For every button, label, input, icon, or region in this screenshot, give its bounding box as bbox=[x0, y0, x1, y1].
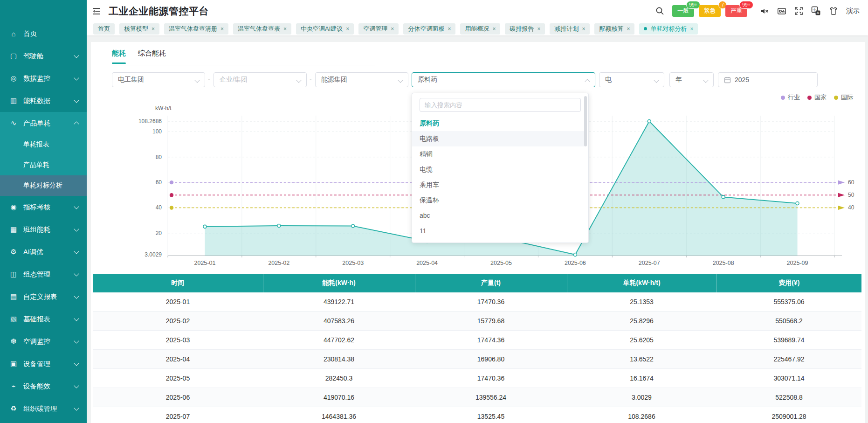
close-tab-icon[interactable]: × bbox=[346, 26, 349, 32]
dropdown-option-11[interactable]: 11 bbox=[412, 223, 585, 239]
sidebar-item-基础报表[interactable]: ▧基础报表 bbox=[0, 308, 87, 330]
dropdown-option-电缆[interactable]: 电缆 bbox=[412, 162, 585, 177]
dropdown-option-原料药[interactable]: 原料药 bbox=[412, 116, 585, 131]
dropdown-options: 原料药电路板精铜电缆乘用车保温杯abc11 bbox=[412, 116, 585, 239]
close-tab-icon[interactable]: × bbox=[152, 26, 155, 32]
sidebar-item-产品单耗[interactable]: ∿产品单耗 bbox=[0, 112, 87, 134]
sidebar-subitem-单耗报表[interactable]: 单耗报表 bbox=[0, 134, 87, 155]
route-tab-label: 温室气体盘查清册 bbox=[169, 25, 217, 33]
demo-label[interactable]: 演示 bbox=[846, 7, 860, 15]
close-tab-icon[interactable]: × bbox=[283, 26, 287, 32]
sidebar-item-数据监控[interactable]: ◎数据监控 bbox=[0, 67, 87, 90]
sidebar-item-指标考核[interactable]: ◉指标考核 bbox=[0, 196, 87, 218]
svg-text:2025-06: 2025-06 bbox=[565, 260, 586, 266]
close-tab-icon[interactable]: × bbox=[391, 26, 394, 32]
mute-icon[interactable] bbox=[760, 7, 769, 16]
sidebar-item-驾驶舱[interactable]: ▢驾驶舱 bbox=[0, 45, 87, 67]
year-picker[interactable]: 2025 bbox=[718, 72, 818, 87]
sidebar-item-组织碳管理[interactable]: ♻组织碳管理 bbox=[0, 397, 87, 420]
sidebar-item-label: 指标考核 bbox=[23, 203, 50, 212]
dropdown-scrollbar[interactable] bbox=[584, 96, 587, 146]
dropdown-option-保温杯[interactable]: 保温杯 bbox=[412, 193, 585, 208]
top-header: 工业企业能源管控平台 一般99+紧急7严重99+ 中A 演示 bbox=[87, 0, 868, 22]
sidebar-item-AI调优[interactable]: ⚙AI调优 bbox=[0, 241, 87, 263]
column-header: 能耗(kW·h) bbox=[263, 274, 415, 292]
sidebar-item-空调监控[interactable]: ❆空调监控 bbox=[0, 330, 87, 353]
energy-subtabs: 能耗综合能耗 bbox=[91, 42, 865, 64]
route-tab-分体空调面板[interactable]: 分体空调面板× bbox=[403, 23, 455, 35]
close-tab-icon[interactable]: × bbox=[690, 26, 693, 32]
close-tab-icon[interactable]: × bbox=[537, 26, 540, 32]
sidebar-item-首页[interactable]: ⌂首页 bbox=[0, 22, 87, 45]
close-tab-icon[interactable]: × bbox=[582, 26, 585, 32]
dropdown-option-电路板[interactable]: 电路板 bbox=[412, 131, 585, 146]
product-select[interactable]: 原料药 bbox=[412, 72, 595, 87]
route-tab-温室气体盘查清册[interactable]: 温室气体盘查清册× bbox=[164, 23, 228, 35]
chevron-down-icon bbox=[74, 338, 79, 343]
sidebar-subitem-单耗对标分析[interactable]: 单耗对标分析 bbox=[0, 175, 87, 196]
close-tab-icon[interactable]: × bbox=[492, 26, 496, 32]
chevron-down-icon bbox=[74, 271, 79, 276]
route-tab-配额核算[interactable]: 配额核算× bbox=[594, 23, 634, 35]
year-value: 2025 bbox=[735, 76, 749, 83]
collapse-menu-icon[interactable] bbox=[92, 7, 101, 16]
table-cell: 3.0029 bbox=[567, 388, 716, 407]
svg-text:2025-05: 2025-05 bbox=[490, 260, 512, 266]
group-select[interactable]: 电工集团 bbox=[112, 72, 205, 87]
svg-text:A: A bbox=[817, 11, 820, 15]
theme-shirt-icon[interactable] bbox=[829, 7, 838, 16]
table-cell: 447702.62 bbox=[263, 331, 415, 350]
legend-item-国家[interactable]: 国家 bbox=[807, 93, 827, 102]
team-energy-icon: ▦ bbox=[9, 225, 18, 234]
org-select[interactable]: 企业/集团 bbox=[214, 72, 307, 87]
sidebar-item-能耗数据[interactable]: ▥能耗数据 bbox=[0, 90, 87, 112]
alarm-chip-一般[interactable]: 一般99+ bbox=[672, 5, 694, 17]
legend-item-行业[interactable]: 行业 bbox=[781, 93, 800, 102]
energy-type-select[interactable]: 电 bbox=[599, 72, 664, 87]
search-icon[interactable] bbox=[655, 7, 664, 15]
route-tab-用能概况[interactable]: 用能概况× bbox=[460, 23, 500, 35]
alarm-chip-紧急[interactable]: 紧急7 bbox=[699, 5, 721, 17]
subtab-能耗[interactable]: 能耗 bbox=[112, 49, 126, 58]
table-cell: 539689.74 bbox=[716, 331, 861, 350]
close-tab-icon[interactable]: × bbox=[448, 26, 451, 32]
legend-dot bbox=[807, 96, 812, 100]
route-tab-空调管理[interactable]: 空调管理× bbox=[358, 23, 399, 35]
route-tab-label: 配额核算 bbox=[599, 25, 623, 33]
sidebar-item-设备能效[interactable]: ⌁设备能效 bbox=[0, 375, 87, 397]
chevron-down-icon bbox=[74, 204, 79, 209]
chevron-down-icon bbox=[74, 293, 79, 298]
route-tab-中央空调AI建议[interactable]: 中央空调AI建议× bbox=[296, 23, 354, 35]
route-tab-核算模型[interactable]: 核算模型× bbox=[119, 23, 159, 35]
sidebar-item-组态管理[interactable]: ◫组态管理 bbox=[0, 263, 87, 285]
route-tab-碳排报告[interactable]: 碳排报告× bbox=[505, 23, 545, 35]
legend-dot bbox=[781, 96, 785, 100]
route-tab-温室气体盘查表[interactable]: 温室气体盘查表× bbox=[233, 23, 291, 35]
sidebar-item-设备管理[interactable]: ▣设备管理 bbox=[0, 353, 87, 375]
subtab-综合能耗[interactable]: 综合能耗 bbox=[138, 49, 166, 58]
alarm-chip-严重[interactable]: 严重99+ bbox=[725, 5, 747, 17]
close-tab-icon[interactable]: × bbox=[220, 26, 224, 32]
close-tab-icon[interactable]: × bbox=[627, 26, 630, 32]
chevron-down-icon bbox=[654, 77, 659, 83]
fullscreen-icon[interactable] bbox=[794, 7, 803, 15]
dropdown-option-精铜[interactable]: 精铜 bbox=[412, 146, 585, 162]
sidebar-subitem-产品单耗[interactable]: 产品单耗 bbox=[0, 155, 87, 175]
chevron-down-icon bbox=[74, 226, 79, 231]
translate-icon[interactable]: 中A bbox=[811, 6, 821, 16]
dept-select[interactable]: 能源集团 bbox=[315, 72, 408, 87]
legend-item-国际[interactable]: 国际 bbox=[834, 93, 853, 102]
table-cell: 13525.45 bbox=[415, 407, 567, 423]
dropdown-search-input[interactable] bbox=[420, 98, 581, 112]
table-cell: 25.8296 bbox=[567, 312, 716, 331]
route-tab-减排计划[interactable]: 减排计划× bbox=[550, 23, 590, 35]
period-select[interactable]: 年 bbox=[669, 72, 714, 87]
route-tab-首页[interactable]: 首页 bbox=[93, 23, 115, 35]
screen-monitor-icon[interactable] bbox=[777, 7, 786, 16]
sidebar-item-自定义报表[interactable]: ▤自定义报表 bbox=[0, 285, 87, 308]
sidebar-item-班组能耗[interactable]: ▦班组能耗 bbox=[0, 218, 87, 241]
route-tab-label: 空调管理 bbox=[363, 25, 387, 33]
route-tab-单耗对标分析[interactable]: 单耗对标分析× bbox=[639, 23, 698, 35]
dropdown-option-乘用车[interactable]: 乘用车 bbox=[412, 177, 585, 193]
dropdown-option-abc[interactable]: abc bbox=[412, 208, 585, 223]
